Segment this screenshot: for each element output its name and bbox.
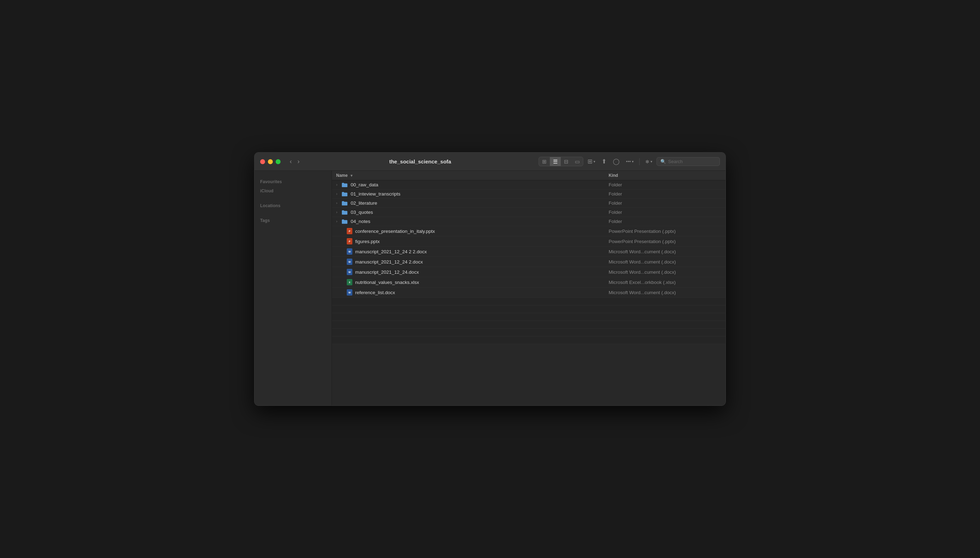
folder-icon: [342, 192, 348, 197]
column-view-button[interactable]: ⊟: [561, 157, 572, 166]
finder-window: ‹ › the_social_science_sofa ⊞ ☰ ⊟ ▭ ⊞ ▾ …: [254, 152, 726, 406]
main-content: Favourites iCloud Locations Tags Name ▼ …: [255, 171, 725, 405]
file-row-name: › 03_quotes: [336, 210, 609, 215]
sidebar-section-locations[interactable]: Locations: [255, 200, 332, 210]
action-menu-button[interactable]: ⊞ ▾: [586, 156, 597, 167]
close-button[interactable]: [260, 159, 265, 164]
traffic-lights: [260, 159, 281, 164]
apps-icon: ⊞: [587, 158, 592, 165]
share-button[interactable]: ⬆: [599, 156, 609, 167]
table-row[interactable]: X nutritional_values_snacks.xlsx Microso…: [332, 277, 725, 287]
file-list: Name ▼ Kind › 00_raw_data Folder ›: [332, 171, 725, 405]
chevron-right-icon: ›: [336, 201, 337, 205]
table-row[interactable]: W manuscript_2021_12_24 2.docx Microsoft…: [332, 257, 725, 267]
column-header-name[interactable]: Name ▼: [336, 173, 609, 178]
table-row[interactable]: › 04_notes Folder: [332, 217, 725, 226]
tag-button[interactable]: ◯: [611, 156, 622, 167]
dropbox-chevron-icon: ▾: [651, 159, 652, 164]
column-header-kind[interactable]: Kind: [609, 173, 721, 178]
file-row-name: › 01_inteview_transcripts: [336, 191, 609, 197]
search-icon: 🔍: [660, 159, 666, 164]
file-row-kind: Folder: [609, 219, 721, 224]
divider-row: [332, 329, 725, 336]
file-row-kind: Microsoft Word...cument (.docx): [609, 259, 721, 264]
file-row-name: › 00_raw_data: [336, 182, 609, 187]
action-chevron-icon: ▾: [594, 159, 595, 164]
view-toggle-group: ⊞ ☰ ⊟ ▭: [538, 157, 583, 166]
pptx-file-icon: P: [347, 228, 352, 234]
nav-buttons: ‹ ›: [288, 156, 302, 167]
sort-arrow-icon: ▼: [350, 174, 353, 177]
table-row[interactable]: › 03_quotes Folder: [332, 208, 725, 217]
docx-file-icon: W: [347, 269, 352, 275]
table-row[interactable]: W manuscript_2021_12_24.docx Microsoft W…: [332, 267, 725, 277]
sidebar-section-tags[interactable]: Tags: [255, 215, 332, 225]
sidebar: Favourites iCloud Locations Tags: [255, 171, 332, 405]
file-row-name: › 02_literature: [336, 200, 609, 206]
file-row-kind: Folder: [609, 200, 721, 206]
folder-icon: [342, 182, 348, 187]
titlebar: ‹ › the_social_science_sofa ⊞ ☰ ⊟ ▭ ⊞ ▾ …: [255, 153, 725, 171]
file-list-header: Name ▼ Kind: [332, 171, 725, 181]
file-row-kind: Microsoft Word...cument (.docx): [609, 290, 721, 295]
more-icon: •••: [626, 159, 631, 164]
file-row-name: P figures.pptx: [336, 238, 609, 245]
more-chevron-icon: ▾: [632, 159, 634, 164]
table-row[interactable]: P figures.pptx PowerPoint Presentation (…: [332, 236, 725, 246]
file-row-name: W manuscript_2021_12_24 2 2.docx: [336, 248, 609, 255]
gallery-view-button[interactable]: ▭: [572, 157, 583, 166]
file-row-kind: Microsoft Word...cument (.docx): [609, 249, 721, 254]
file-row-kind: Folder: [609, 191, 721, 197]
toolbar-right: ⊞ ☰ ⊟ ▭ ⊞ ▾ ⬆ ◯ ••• ▾ ❄ ▾: [538, 156, 720, 167]
grid-view-button[interactable]: ⊞: [539, 157, 550, 166]
docx-file-icon: W: [347, 289, 352, 295]
minimize-button[interactable]: [268, 159, 273, 164]
chevron-right-icon: ›: [336, 220, 337, 223]
table-row[interactable]: › 00_raw_data Folder: [332, 181, 725, 190]
table-row[interactable]: W manuscript_2021_12_24 2 2.docx Microso…: [332, 246, 725, 257]
divider-row: [332, 336, 725, 344]
table-row[interactable]: › 02_literature Folder: [332, 199, 725, 208]
folder-icon: [342, 219, 348, 224]
docx-file-icon: W: [347, 248, 352, 255]
file-row-kind: Microsoft Word...cument (.docx): [609, 269, 721, 275]
share-icon: ⬆: [602, 158, 607, 165]
folder-icon: [342, 201, 348, 206]
divider-row: [332, 313, 725, 321]
divider-row: [332, 305, 725, 313]
dropbox-button[interactable]: ❄ ▾: [643, 158, 654, 166]
more-button[interactable]: ••• ▾: [624, 158, 636, 166]
divider-row: [332, 321, 725, 329]
file-row-kind: PowerPoint Presentation (.pptx): [609, 239, 721, 244]
search-box[interactable]: 🔍: [656, 157, 720, 166]
toolbar-separator: [639, 158, 640, 165]
forward-button[interactable]: ›: [295, 156, 302, 167]
file-row-kind: Microsoft Excel...orkbook (.xlsx): [609, 280, 721, 285]
docx-file-icon: W: [347, 259, 352, 265]
xlsx-file-icon: X: [347, 279, 352, 286]
window-title: the_social_science_sofa: [306, 159, 534, 164]
search-input[interactable]: [668, 159, 716, 164]
dropbox-icon: ❄: [645, 159, 650, 164]
divider-row: [332, 298, 725, 305]
chevron-right-icon: ›: [336, 210, 337, 214]
file-row-name: › 04_notes: [336, 219, 609, 224]
table-row[interactable]: P conference_presentation_in_italy.pptx …: [332, 226, 725, 236]
table-row[interactable]: W reference_list.docx Microsoft Word...c…: [332, 287, 725, 298]
file-row-name: P conference_presentation_in_italy.pptx: [336, 228, 609, 234]
folder-icon: [342, 210, 348, 215]
maximize-button[interactable]: [276, 159, 281, 164]
tag-icon: ◯: [613, 158, 620, 165]
file-row-name: X nutritional_values_snacks.xlsx: [336, 279, 609, 286]
sidebar-section-icloud[interactable]: iCloud: [255, 185, 332, 195]
file-row-kind: Folder: [609, 210, 721, 215]
pptx-file-icon: P: [347, 238, 352, 245]
file-row-name: W manuscript_2021_12_24.docx: [336, 269, 609, 275]
sidebar-section-favourites: Favourites: [255, 177, 332, 185]
chevron-right-icon: ›: [336, 192, 337, 196]
back-button[interactable]: ‹: [288, 156, 294, 167]
file-row-kind: PowerPoint Presentation (.pptx): [609, 229, 721, 234]
table-row[interactable]: › 01_inteview_transcripts Folder: [332, 190, 725, 199]
list-view-button[interactable]: ☰: [550, 157, 561, 166]
chevron-right-icon: ›: [336, 183, 337, 187]
